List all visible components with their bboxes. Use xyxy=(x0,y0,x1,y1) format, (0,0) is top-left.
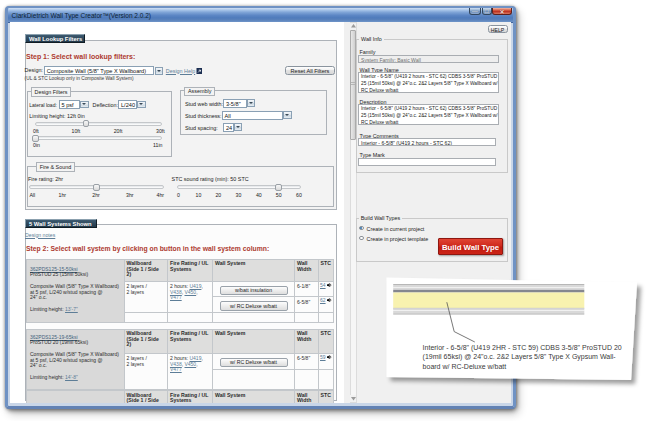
svg-text:board w/ RC-Deluxe w/batt: board w/ RC-Deluxe w/batt xyxy=(423,363,507,370)
svg-text:Interior - 6-5/8" (U419 2HR -: Interior - 6-5/8" (U419 2HR - STC 59) CD… xyxy=(423,344,622,352)
svg-text:(19mil 65ksi) @ 24"o.c. 2&2 La: (19mil 65ksi) @ 24"o.c. 2&2 Layers 5/8" … xyxy=(423,353,617,361)
